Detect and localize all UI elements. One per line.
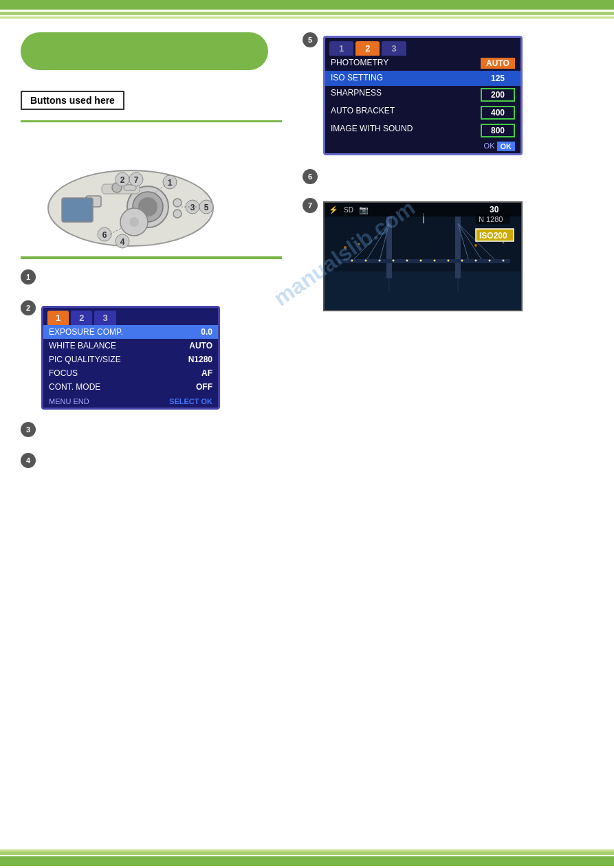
menu2-row-sound: IMAGE WITH SOUND 800	[325, 122, 520, 140]
menu-tab2-2[interactable]: 2	[355, 41, 380, 56]
menu2-row-photometry: PHOTOMETRY AUTO	[325, 56, 520, 71]
menu2-val-sound: 800	[481, 124, 515, 137]
svg-point-9	[129, 217, 139, 227]
svg-text:7: 7	[134, 175, 139, 185]
menu2-row-iso: ISO SETTING 125	[325, 71, 520, 86]
svg-text:6: 6	[102, 230, 107, 240]
menu2-val-photometry: AUTO	[481, 58, 515, 69]
svg-point-57	[474, 244, 477, 247]
separator-1	[21, 256, 282, 259]
menu2-val-iso: 125	[481, 73, 515, 84]
step-3-num: 3	[21, 422, 36, 437]
svg-text:⚡: ⚡	[329, 205, 338, 214]
buttons-used-label: Buttons used here	[21, 91, 124, 110]
menu2-row-sharpness: SHARPNESS 200	[325, 86, 520, 104]
top-bar-thin1	[0, 12, 614, 15]
svg-point-56	[358, 243, 360, 245]
menu2-label-sound: IMAGE WITH SOUND	[331, 124, 413, 137]
menu-label-quality: PIC QUALITY/SIZE	[49, 355, 121, 364]
step-3-block: 3	[21, 422, 282, 441]
svg-text:ISO200: ISO200	[479, 231, 507, 241]
svg-text:4: 4	[120, 237, 125, 247]
menu2-val-sharpness: 200	[481, 88, 515, 102]
right-column: 5 1 2 3 PHOTOMETRY AUTO ISO SETTING	[303, 32, 593, 484]
step-5-block: 5 1 2 3 PHOTOMETRY AUTO ISO SETTING	[303, 32, 593, 155]
step-2-block: 2 1 2 3 EXPOSURE COMP. 0.0 WHITE BALANCE	[21, 300, 282, 410]
top-bar-thick	[0, 0, 614, 10]
step-1-num: 1	[21, 269, 36, 285]
menu-tabs-1: 1 2 3	[43, 308, 218, 325]
step-6-num: 6	[303, 169, 318, 184]
buttons-used-text: Buttons used here	[30, 95, 115, 106]
step-7-num: 7	[303, 198, 318, 213]
svg-point-10	[173, 199, 182, 207]
menu-row-cont: CONT. MODE OFF	[43, 380, 218, 394]
step-4-block: 4	[21, 453, 282, 471]
menu-label-focus: FOCUS	[49, 368, 78, 378]
menu-screen-2: 1 2 3 PHOTOMETRY AUTO ISO SETTING 125 SH…	[323, 36, 523, 155]
svg-text:N 1280: N 1280	[479, 215, 503, 223]
menu2-label-photometry: PHOTOMETRY	[331, 58, 388, 69]
svg-text:2: 2	[120, 175, 125, 185]
svg-text:30: 30	[490, 205, 499, 214]
step-2-num: 2	[21, 300, 36, 315]
menu2-row-bracket: AUTO BRACKET 400	[325, 104, 520, 122]
menu-row-focus: FOCUS AF	[43, 366, 218, 380]
menu-tab-2[interactable]: 2	[71, 311, 92, 325]
main-content: Buttons used here	[0, 19, 614, 498]
svg-text:3: 3	[190, 203, 195, 212]
menu-val-cont: OFF	[196, 382, 212, 392]
menu-val-focus: AF	[201, 368, 212, 378]
svg-point-11	[173, 210, 182, 218]
menu-val-wb: AUTO	[189, 341, 212, 350]
step-6-block: 6	[303, 169, 593, 184]
step-7-block: 7	[303, 198, 593, 311]
menu-row-quality: PIC QUALITY/SIZE N1280	[43, 353, 218, 366]
camera-svg: 1 2 7 3 5 6 4	[21, 133, 254, 249]
step-5-num: 5	[303, 32, 318, 47]
menu-bottom-bar-1: MENU END SELECT OK	[43, 395, 218, 408]
svg-rect-32	[325, 271, 523, 311]
bridge-photo: ⚡ SD 📷 30 N 1280 ISO200	[323, 201, 523, 311]
menu-tab2-1[interactable]: 1	[329, 41, 353, 56]
svg-point-55	[344, 246, 347, 249]
step-1-block: 1	[21, 269, 282, 288]
menu-tab-1-active[interactable]: 1	[47, 311, 69, 325]
svg-text:1: 1	[168, 178, 173, 188]
camera-diagram: 1 2 7 3 5 6 4	[21, 133, 254, 249]
step-5-content: 1 2 3 PHOTOMETRY AUTO ISO SETTING 125 SH…	[323, 32, 593, 155]
menu2-label-iso: ISO SETTING	[331, 73, 383, 84]
menu-row-exposure: EXPOSURE COMP. 0.0	[43, 325, 218, 339]
bottom-bar-thick	[0, 856, 614, 866]
menu-val-quality: N1280	[188, 355, 212, 364]
menu-label-wb: WHITE BALANCE	[49, 341, 116, 350]
svg-text:5: 5	[204, 203, 209, 212]
menu-bottom-right[interactable]: SELECT OK	[169, 397, 212, 405]
step-4-num: 4	[21, 453, 36, 468]
step-2-content: 1 2 3 EXPOSURE COMP. 0.0 WHITE BALANCE A…	[41, 300, 282, 410]
menu2-ok-label: OK	[484, 142, 495, 151]
menu-screen-1: 1 2 3 EXPOSURE COMP. 0.0 WHITE BALANCE A…	[41, 306, 220, 410]
svg-point-58	[503, 242, 505, 244]
menu2-val-bracket: 400	[481, 106, 515, 120]
menu2-label-bracket: AUTO BRACKET	[331, 106, 395, 120]
svg-rect-54	[325, 241, 523, 261]
menu-tab2-3[interactable]: 3	[382, 41, 406, 56]
menu2-ok-box[interactable]: OK	[497, 142, 516, 151]
menu2-ok-row: OK OK	[325, 140, 520, 153]
bridge-svg: ⚡ SD 📷 30 N 1280 ISO200	[325, 203, 523, 311]
menu-bottom-left: MENU END	[49, 397, 89, 405]
svg-text:SD: SD	[344, 206, 353, 214]
menu-val-exposure: 0.0	[201, 327, 212, 337]
menu-label-cont: CONT. MODE	[49, 382, 100, 392]
menu-tabs-2: 1 2 3	[325, 38, 520, 56]
menu-label-exposure: EXPOSURE COMP.	[49, 327, 123, 337]
top-decoration	[0, 0, 614, 19]
menu-tab-3[interactable]: 3	[94, 311, 116, 325]
buttons-used-line	[21, 120, 282, 122]
menu2-label-sharpness: SHARPNESS	[331, 88, 382, 102]
step-7-content: ⚡ SD 📷 30 N 1280 ISO200	[323, 198, 593, 311]
section-banner	[21, 32, 268, 70]
bottom-decoration	[0, 849, 614, 868]
svg-rect-12	[62, 198, 93, 222]
